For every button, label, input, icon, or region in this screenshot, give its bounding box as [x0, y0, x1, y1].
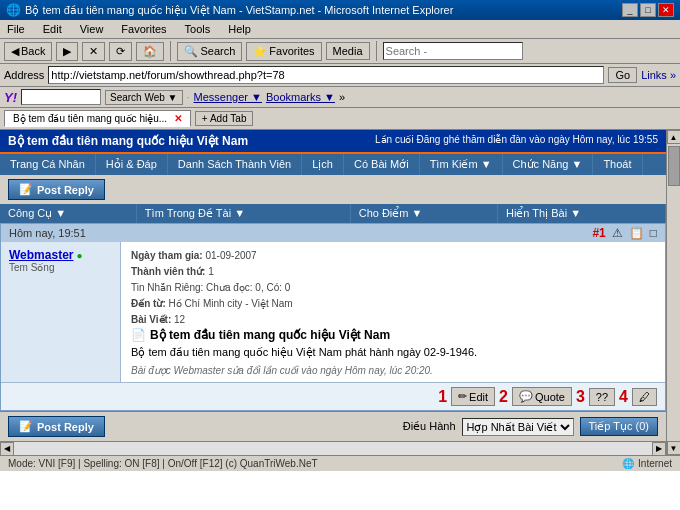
bookmarks-button[interactable]: Bookmarks ▼	[266, 91, 335, 103]
post-number: #1	[592, 226, 605, 240]
separator-2	[376, 41, 377, 61]
titlebar: 🌐 Bộ tem đầu tiên mang quốc hiệu Việt Na…	[0, 0, 680, 20]
scroll-up-arrow[interactable]: ▲	[667, 130, 681, 144]
post-title: 📄 Bộ tem đầu tiên mang quốc hiệu Việt Na…	[131, 328, 655, 342]
nav-calendar[interactable]: Lịch	[302, 154, 344, 175]
tab-close-icon[interactable]: ✕	[174, 113, 182, 124]
member-number: 1	[208, 266, 214, 277]
forum-header: Bộ tem đầu tiên mang quốc hiệu Việt Nam …	[0, 130, 666, 154]
post-reply-top-bar: 📝 Post Reply	[0, 175, 666, 204]
yahoo-logo: Y!	[4, 90, 17, 105]
menu-tools[interactable]: Tools	[182, 22, 214, 36]
nav-functions[interactable]: Chức Năng ▼	[503, 154, 594, 175]
bottom-reply-bar: 📝 Post Reply Điều Hành Hợp Nhất Bài Viết…	[0, 411, 666, 441]
address-label: Address	[4, 69, 44, 81]
search-button[interactable]: 🔍 Search	[177, 42, 242, 61]
post-meta-bar: Hôm nay, 19:51 #1 ⚠ 📋 □	[1, 224, 665, 242]
bottom-section-label: Điều Hành	[403, 420, 456, 433]
search-input[interactable]	[383, 42, 523, 60]
edit-button[interactable]: ✏ Edit	[451, 387, 495, 406]
home-button[interactable]: 🏠	[136, 42, 164, 61]
bookmark-icon[interactable]: □	[650, 226, 657, 240]
yahoo-divider: ·	[187, 91, 190, 103]
join-date: 01-09-2007	[205, 250, 256, 261]
nav-new-posts[interactable]: Có Bài Mới	[344, 154, 420, 175]
warning-icon[interactable]: ⚠	[612, 226, 623, 240]
nav-logout[interactable]: Thoát	[593, 154, 642, 175]
post-time: Hôm nay, 19:51	[9, 227, 86, 239]
post-user-info: Ngày tham gia: 01-09-2007 Thành viên thứ…	[131, 248, 655, 328]
action-btn-3[interactable]: ??	[589, 388, 615, 406]
col-search[interactable]: Tìm Trong Đề Tài ▼	[136, 204, 350, 223]
links-button[interactable]: Links »	[641, 69, 676, 81]
close-button[interactable]: ✕	[658, 3, 674, 17]
thread-header-row: Công Cụ ▼ Tìm Trong Đề Tài ▼ Cho Điểm ▼ …	[0, 204, 666, 223]
refresh-button[interactable]: ⟳	[109, 42, 132, 61]
yahoo-search-btn[interactable]: Search Web ▼	[105, 90, 183, 105]
menu-file[interactable]: File	[4, 22, 28, 36]
messenger-button[interactable]: Messenger ▼	[194, 91, 262, 103]
thread-table: Công Cụ ▼ Tìm Trong Đề Tài ▼ Cho Điểm ▼ …	[0, 204, 666, 223]
yahoo-expand[interactable]: »	[339, 91, 345, 103]
menu-help[interactable]: Help	[225, 22, 254, 36]
scroll-left-arrow[interactable]: ◀	[0, 442, 14, 456]
window-title: Bộ tem đầu tiên mang quốc hiệu Việt Nam …	[25, 4, 453, 17]
menu-edit[interactable]: Edit	[40, 22, 65, 36]
post-user-col: Webmaster ● Tem Sống	[1, 242, 121, 382]
menu-view[interactable]: View	[77, 22, 107, 36]
username[interactable]: Webmaster	[9, 248, 73, 262]
favorites-button[interactable]: ⭐ Favorites	[246, 42, 321, 61]
media-button[interactable]: Media	[326, 42, 370, 60]
address-input[interactable]	[48, 66, 604, 84]
back-button[interactable]: ◀ Back	[4, 42, 52, 61]
maximize-button[interactable]: □	[640, 3, 656, 17]
nav-profile[interactable]: Trang Cá Nhân	[0, 154, 96, 175]
post-reply-bottom-button[interactable]: 📝 Post Reply	[8, 416, 105, 437]
tab-label: Bộ tem đầu tiên mang quốc hiệu...	[13, 113, 167, 124]
go-button[interactable]: Go	[608, 67, 637, 83]
quote-button[interactable]: 💬 Quote	[512, 387, 572, 406]
add-tab-button[interactable]: + Add Tab	[195, 111, 254, 126]
forum-nav: Trang Cá Nhân Hỏi & Đáp Danh Sách Thành …	[0, 154, 666, 175]
nav-search[interactable]: Tìm Kiếm ▼	[420, 154, 503, 175]
scroll-right-arrow[interactable]: ▶	[652, 442, 666, 456]
moderation-dropdown[interactable]: Hợp Nhất Bài Viết	[462, 418, 574, 436]
nav-qa[interactable]: Hỏi & Đáp	[96, 154, 168, 175]
stop-button[interactable]: ✕	[82, 42, 105, 61]
post-reply-top-button[interactable]: 📝 Post Reply	[8, 179, 105, 200]
yahoo-search-input[interactable]	[21, 89, 101, 105]
vertical-scrollbar: ▲ ▼	[666, 130, 680, 455]
active-tab[interactable]: Bộ tem đầu tiên mang quốc hiệu... ✕	[4, 110, 191, 127]
reply-icon: 📝	[19, 183, 33, 196]
horizontal-scrollbar: ◀ ▶	[0, 441, 666, 455]
search-box	[383, 42, 523, 60]
post-text: Bộ tem đầu tiên mang quốc hiệu Việt Nam …	[131, 346, 655, 359]
reply-bottom-icon: 📝	[19, 420, 33, 433]
col-tools[interactable]: Công Cụ ▼	[0, 204, 136, 223]
post-action-row: 1 ✏ Edit 2 💬 Quote 3 ?? 4	[1, 382, 665, 410]
post-edit-note: Bài được Webmaster sửa đổi lần cuối vào …	[131, 365, 655, 376]
separator-1	[170, 41, 171, 61]
report-icon[interactable]: 📋	[629, 226, 644, 240]
minimize-button[interactable]: _	[622, 3, 638, 17]
col-rate[interactable]: Cho Điểm ▼	[350, 204, 497, 223]
scroll-down-arrow[interactable]: ▼	[667, 441, 681, 455]
action-btn-4[interactable]: 🖊	[632, 388, 657, 406]
nav-members[interactable]: Danh Sách Thành Viên	[168, 154, 302, 175]
pm-value: Chưa đọc: 0, Có: 0	[206, 282, 290, 293]
window: 🌐 Bộ tem đầu tiên mang quốc hiệu Việt Na…	[0, 0, 680, 471]
globe-icon: 🌐	[622, 458, 634, 469]
forum-title: Bộ tem đầu tiên mang quốc hiệu Việt Nam	[8, 134, 248, 148]
member-label: Thành viên thứ:	[131, 266, 205, 277]
pm-label: Tin Nhắn Riêng:	[131, 282, 203, 293]
post-content-col: Ngày tham gia: 01-09-2007 Thành viên thứ…	[121, 242, 665, 382]
post-count-label: Bài Viết:	[131, 314, 171, 325]
col-display[interactable]: Hiển Thị Bài ▼	[497, 204, 665, 223]
main-content: Bộ tem đầu tiên mang quốc hiệu Việt Nam …	[0, 130, 666, 455]
forward-button[interactable]: ▶	[56, 42, 78, 61]
menubar: File Edit View Favorites Tools Help	[0, 20, 680, 39]
continue-button[interactable]: Tiếp Tục (0)	[580, 417, 658, 436]
scroll-thumb[interactable]	[668, 146, 680, 186]
menu-favorites[interactable]: Favorites	[118, 22, 169, 36]
ie-toolbar: ◀ Back ▶ ✕ ⟳ 🏠 🔍 Search ⭐ Favorites Medi…	[0, 39, 680, 64]
